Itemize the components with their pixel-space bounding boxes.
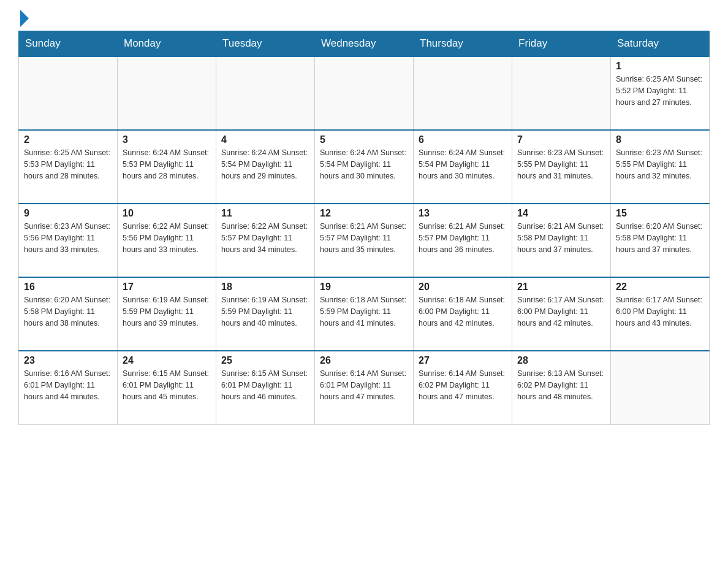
header-wednesday: Wednesday: [315, 31, 414, 57]
day-cell: [19, 56, 118, 130]
day-cell: 16Sunrise: 6:20 AM Sunset: 5:58 PM Dayli…: [19, 277, 118, 351]
day-number: 20: [419, 282, 507, 293]
day-info: Sunrise: 6:14 AM Sunset: 6:01 PM Dayligh…: [320, 368, 408, 402]
day-info: Sunrise: 6:19 AM Sunset: 5:59 PM Dayligh…: [221, 294, 309, 329]
day-info: Sunrise: 6:21 AM Sunset: 5:58 PM Dayligh…: [517, 221, 605, 255]
day-info: Sunrise: 6:19 AM Sunset: 5:59 PM Dayligh…: [123, 294, 211, 329]
calendar-header-row: SundayMondayTuesdayWednesdayThursdayFrid…: [19, 31, 710, 57]
day-number: 26: [320, 355, 408, 366]
header-sunday: Sunday: [19, 31, 118, 57]
day-number: 28: [517, 355, 605, 366]
day-number: 13: [419, 208, 507, 219]
day-cell: 10Sunrise: 6:22 AM Sunset: 5:56 PM Dayli…: [118, 204, 216, 277]
week-row-5: 23Sunrise: 6:16 AM Sunset: 6:01 PM Dayli…: [19, 351, 710, 424]
day-cell: 20Sunrise: 6:18 AM Sunset: 6:00 PM Dayli…: [414, 277, 512, 351]
day-info: Sunrise: 6:13 AM Sunset: 6:02 PM Dayligh…: [517, 368, 605, 402]
day-cell: [512, 56, 611, 130]
header-saturday: Saturday: [611, 31, 710, 57]
day-cell: 14Sunrise: 6:21 AM Sunset: 5:58 PM Dayli…: [512, 204, 611, 277]
day-number: 1: [616, 61, 704, 72]
day-cell: [315, 56, 414, 130]
day-cell: 9Sunrise: 6:23 AM Sunset: 5:56 PM Daylig…: [19, 204, 118, 277]
header-monday: Monday: [118, 31, 216, 57]
day-number: 3: [123, 134, 211, 145]
header-friday: Friday: [512, 31, 611, 57]
day-info: Sunrise: 6:18 AM Sunset: 5:59 PM Dayligh…: [320, 294, 408, 329]
day-info: Sunrise: 6:16 AM Sunset: 6:01 PM Dayligh…: [24, 368, 112, 402]
day-cell: 1Sunrise: 6:25 AM Sunset: 5:52 PM Daylig…: [611, 56, 710, 130]
day-cell: 22Sunrise: 6:17 AM Sunset: 6:00 PM Dayli…: [611, 277, 710, 351]
day-number: 15: [616, 208, 704, 219]
day-info: Sunrise: 6:24 AM Sunset: 5:54 PM Dayligh…: [221, 147, 309, 182]
week-row-3: 9Sunrise: 6:23 AM Sunset: 5:56 PM Daylig…: [19, 204, 710, 277]
day-number: 2: [24, 134, 112, 145]
day-number: 25: [221, 355, 309, 366]
day-cell: 11Sunrise: 6:22 AM Sunset: 5:57 PM Dayli…: [216, 204, 315, 277]
day-info: Sunrise: 6:18 AM Sunset: 6:00 PM Dayligh…: [419, 294, 507, 329]
day-number: 14: [517, 208, 605, 219]
day-info: Sunrise: 6:25 AM Sunset: 5:53 PM Dayligh…: [24, 147, 112, 182]
day-cell: 15Sunrise: 6:20 AM Sunset: 5:58 PM Dayli…: [611, 204, 710, 277]
day-cell: 19Sunrise: 6:18 AM Sunset: 5:59 PM Dayli…: [315, 277, 414, 351]
day-number: 17: [123, 282, 211, 293]
day-info: Sunrise: 6:15 AM Sunset: 6:01 PM Dayligh…: [221, 368, 309, 402]
day-number: 10: [123, 208, 211, 219]
day-number: 18: [221, 282, 309, 293]
day-info: Sunrise: 6:24 AM Sunset: 5:54 PM Dayligh…: [320, 147, 408, 182]
day-info: Sunrise: 6:21 AM Sunset: 5:57 PM Dayligh…: [320, 221, 408, 255]
day-cell: 12Sunrise: 6:21 AM Sunset: 5:57 PM Dayli…: [315, 204, 414, 277]
day-number: 23: [24, 355, 112, 366]
week-row-4: 16Sunrise: 6:20 AM Sunset: 5:58 PM Dayli…: [19, 277, 710, 351]
day-cell: 17Sunrise: 6:19 AM Sunset: 5:59 PM Dayli…: [118, 277, 216, 351]
week-row-1: 1Sunrise: 6:25 AM Sunset: 5:52 PM Daylig…: [19, 56, 710, 130]
day-cell: 25Sunrise: 6:15 AM Sunset: 6:01 PM Dayli…: [216, 351, 315, 424]
day-cell: 2Sunrise: 6:25 AM Sunset: 5:53 PM Daylig…: [19, 130, 118, 204]
day-info: Sunrise: 6:24 AM Sunset: 5:54 PM Dayligh…: [419, 147, 507, 182]
day-cell: [414, 56, 512, 130]
day-cell: 5Sunrise: 6:24 AM Sunset: 5:54 PM Daylig…: [315, 130, 414, 204]
day-number: 9: [24, 208, 112, 219]
logo: [18, 12, 29, 25]
day-number: 4: [221, 134, 309, 145]
day-number: 24: [123, 355, 211, 366]
day-number: 5: [320, 134, 408, 145]
day-cell: 4Sunrise: 6:24 AM Sunset: 5:54 PM Daylig…: [216, 130, 315, 204]
calendar-table: SundayMondayTuesdayWednesdayThursdayFrid…: [18, 31, 710, 425]
day-info: Sunrise: 6:17 AM Sunset: 6:00 PM Dayligh…: [517, 294, 605, 329]
day-info: Sunrise: 6:20 AM Sunset: 5:58 PM Dayligh…: [616, 221, 704, 255]
day-cell: 28Sunrise: 6:13 AM Sunset: 6:02 PM Dayli…: [512, 351, 611, 424]
header-tuesday: Tuesday: [216, 31, 315, 57]
day-info: Sunrise: 6:14 AM Sunset: 6:02 PM Dayligh…: [419, 368, 507, 402]
day-info: Sunrise: 6:23 AM Sunset: 5:55 PM Dayligh…: [517, 147, 605, 182]
day-info: Sunrise: 6:23 AM Sunset: 5:55 PM Dayligh…: [616, 147, 704, 182]
day-cell: 26Sunrise: 6:14 AM Sunset: 6:01 PM Dayli…: [315, 351, 414, 424]
day-number: 22: [616, 282, 704, 293]
day-info: Sunrise: 6:22 AM Sunset: 5:57 PM Dayligh…: [221, 221, 309, 255]
day-cell: [611, 351, 710, 424]
day-cell: 7Sunrise: 6:23 AM Sunset: 5:55 PM Daylig…: [512, 130, 611, 204]
day-number: 6: [419, 134, 507, 145]
day-cell: 3Sunrise: 6:24 AM Sunset: 5:53 PM Daylig…: [118, 130, 216, 204]
day-info: Sunrise: 6:24 AM Sunset: 5:53 PM Dayligh…: [123, 147, 211, 182]
day-number: 27: [419, 355, 507, 366]
day-number: 8: [616, 134, 704, 145]
day-number: 21: [517, 282, 605, 293]
day-info: Sunrise: 6:20 AM Sunset: 5:58 PM Dayligh…: [24, 294, 112, 329]
day-info: Sunrise: 6:17 AM Sunset: 6:00 PM Dayligh…: [616, 294, 704, 329]
day-cell: 8Sunrise: 6:23 AM Sunset: 5:55 PM Daylig…: [611, 130, 710, 204]
day-number: 12: [320, 208, 408, 219]
day-number: 7: [517, 134, 605, 145]
day-info: Sunrise: 6:21 AM Sunset: 5:57 PM Dayligh…: [419, 221, 507, 255]
day-cell: 21Sunrise: 6:17 AM Sunset: 6:00 PM Dayli…: [512, 277, 611, 351]
header-thursday: Thursday: [414, 31, 512, 57]
day-cell: 27Sunrise: 6:14 AM Sunset: 6:02 PM Dayli…: [414, 351, 512, 424]
day-number: 19: [320, 282, 408, 293]
day-number: 11: [221, 208, 309, 219]
day-cell: [118, 56, 216, 130]
day-info: Sunrise: 6:22 AM Sunset: 5:56 PM Dayligh…: [123, 221, 211, 255]
day-info: Sunrise: 6:25 AM Sunset: 5:52 PM Dayligh…: [616, 74, 704, 108]
day-info: Sunrise: 6:15 AM Sunset: 6:01 PM Dayligh…: [123, 368, 211, 402]
day-cell: 18Sunrise: 6:19 AM Sunset: 5:59 PM Dayli…: [216, 277, 315, 351]
week-row-2: 2Sunrise: 6:25 AM Sunset: 5:53 PM Daylig…: [19, 130, 710, 204]
logo-triangle-icon: [20, 10, 29, 27]
